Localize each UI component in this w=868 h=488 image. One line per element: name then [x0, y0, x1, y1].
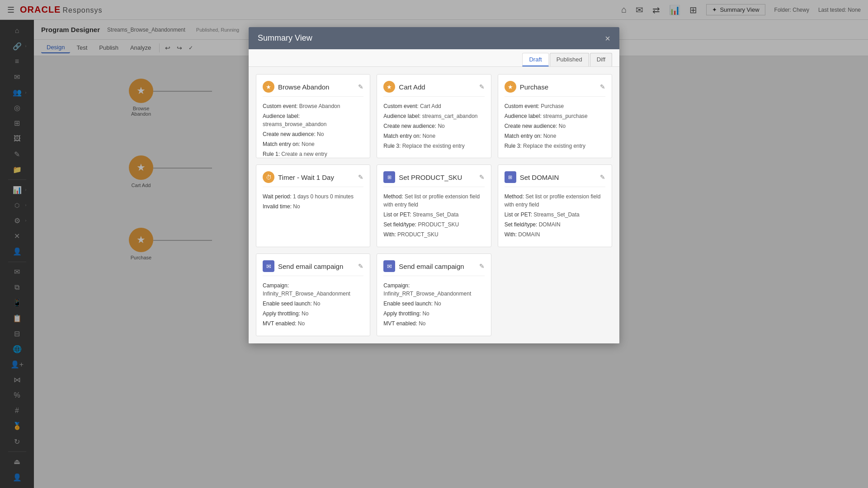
card-edit-set-domain[interactable]: ✎: [600, 174, 605, 181]
card-send-email-2: ✉ Send email campaign ✎ Campaign: Infini…: [377, 253, 491, 336]
card-set-domain: ⊞ Set DOMAIN ✎ Method: Set list or profi…: [498, 164, 612, 247]
card-edit-send-email-2[interactable]: ✎: [479, 263, 485, 270]
card-row: Match entry on: None: [263, 140, 363, 148]
card-row: MVT enabled: No: [263, 319, 363, 328]
card-icon-star-cart: ★: [383, 81, 395, 93]
card-title-send-email-2: Send email campaign: [399, 263, 475, 270]
dialog-content: ★ Browse Abandon ✎ Custom event: Browse …: [249, 67, 619, 343]
card-browse-abandon: ★ Browse Abandon ✎ Custom event: Browse …: [256, 74, 370, 158]
card-header-send-email-1: ✉ Send email campaign ✎: [263, 260, 363, 276]
card-row: Rule 3: Replace the existing entry: [505, 142, 605, 150]
card-row: Audience label: streams_purchase: [505, 112, 605, 120]
card-edit-set-product-sku[interactable]: ✎: [479, 174, 485, 181]
card-row: Method: Set list or profile extension fi…: [383, 192, 484, 209]
card-icon-set-domain: ⊞: [505, 171, 516, 183]
card-row: Rule 1: Create a new entry: [263, 150, 363, 158]
dialog-tabs: Draft Published Diff: [249, 49, 619, 67]
card-send-email-1: ✉ Send email campaign ✎ Campaign: Infini…: [256, 253, 370, 336]
card-edit-browse-abandon[interactable]: ✎: [358, 83, 363, 90]
card-row: Method: Set list or profile extension fi…: [505, 192, 605, 209]
card-row: List or PET: Streams_Set_Data: [505, 211, 605, 219]
card-header-timer: ⏱ Timer - Wait 1 Day ✎: [263, 171, 363, 187]
dialog-close-button[interactable]: ×: [605, 34, 610, 43]
card-title-cart-add: Cart Add: [399, 83, 475, 91]
card-row: Custom event: Purchase: [505, 102, 605, 110]
card-row: Custom event: Browse Abandon: [263, 102, 363, 110]
card-row: MVT enabled: No: [383, 319, 484, 328]
card-row: Create new audience: No: [505, 122, 605, 130]
card-header-purchase: ★ Purchase ✎: [505, 81, 605, 97]
card-purchase: ★ Purchase ✎ Custom event: Purchase Audi…: [498, 74, 612, 158]
card-row: Campaign: Infinity_RRT_Browse_Abandonmen…: [263, 282, 363, 298]
card-edit-send-email-1[interactable]: ✎: [358, 263, 363, 270]
card-row: Audience label: streams_browse_abandon: [263, 112, 363, 128]
card-row: Rule 3: Replace the existing entry: [383, 142, 484, 150]
card-header-browse-abandon: ★ Browse Abandon ✎: [263, 81, 363, 97]
card-icon-email-2: ✉: [383, 260, 395, 272]
card-set-product-sku: ⊞ Set PRODUCT_SKU ✎ Method: Set list or …: [377, 164, 491, 247]
card-edit-cart-add[interactable]: ✎: [479, 83, 485, 90]
card-title-send-email-1: Send email campaign: [278, 263, 354, 270]
card-timer: ⏱ Timer - Wait 1 Day ✎ Wait period: 1 da…: [256, 164, 370, 247]
card-row: Create new audience: No: [263, 130, 363, 138]
card-header-cart-add: ★ Cart Add ✎: [383, 81, 484, 97]
card-header-send-email-2: ✉ Send email campaign ✎: [383, 260, 484, 276]
card-header-set-product-sku: ⊞ Set PRODUCT_SKU ✎: [383, 171, 484, 187]
card-icon-star-purchase: ★: [505, 81, 516, 93]
card-title-browse-abandon: Browse Abandon: [278, 83, 354, 91]
card-row: Campaign: Infinity_RRT_Browse_Abandonmen…: [383, 282, 484, 298]
card-row: With: PRODUCT_SKU: [383, 230, 484, 239]
dialog-header: Summary View ×: [249, 27, 619, 49]
card-row: Set field/type: PRODUCT_SKU: [383, 221, 484, 229]
dialog-title: Summary View: [258, 33, 312, 43]
card-row: Set field/type: DOMAIN: [505, 221, 605, 229]
card-icon-set-product: ⊞: [383, 171, 395, 183]
card-row: Audience label: streams_cart_abandon: [383, 112, 484, 120]
summary-dialog: Summary View × Draft Published Diff ★ Br…: [249, 27, 619, 343]
card-row: Enable seed launch: No: [263, 300, 363, 308]
card-row: Match entry on: None: [505, 132, 605, 140]
card-icon-email-1: ✉: [263, 260, 274, 272]
card-row: Wait period: 1 days 0 hours 0 minutes: [263, 192, 363, 201]
card-icon-timer: ⏱: [263, 171, 274, 183]
card-title-purchase: Purchase: [520, 83, 596, 91]
card-edit-timer[interactable]: ✎: [358, 174, 363, 181]
card-row: Invalid time: No: [263, 202, 363, 211]
dialog-overlay: Summary View × Draft Published Diff ★ Br…: [0, 0, 868, 488]
card-title-timer: Timer - Wait 1 Day: [278, 174, 354, 181]
card-cart-add: ★ Cart Add ✎ Custom event: Cart Add Audi…: [377, 74, 491, 158]
card-icon-star-browse: ★: [263, 81, 274, 93]
card-row: List or PET: Streams_Set_Data: [383, 211, 484, 219]
card-title-set-product-sku: Set PRODUCT_SKU: [399, 174, 475, 181]
card-header-set-domain: ⊞ Set DOMAIN ✎: [505, 171, 605, 187]
tab-draft[interactable]: Draft: [522, 53, 548, 66]
card-row: Create new audience: No: [383, 122, 484, 130]
tab-published[interactable]: Published: [550, 53, 589, 66]
card-row: Apply throttling: No: [383, 310, 484, 318]
card-row: Apply throttling: No: [263, 310, 363, 318]
card-row: With: DOMAIN: [505, 230, 605, 239]
tab-diff[interactable]: Diff: [590, 53, 612, 66]
card-edit-purchase[interactable]: ✎: [600, 83, 605, 90]
card-row: Enable seed launch: No: [383, 300, 484, 308]
card-row: Custom event: Cart Add: [383, 102, 484, 110]
card-row: Match entry on: None: [383, 132, 484, 140]
card-title-set-domain: Set DOMAIN: [520, 174, 596, 181]
